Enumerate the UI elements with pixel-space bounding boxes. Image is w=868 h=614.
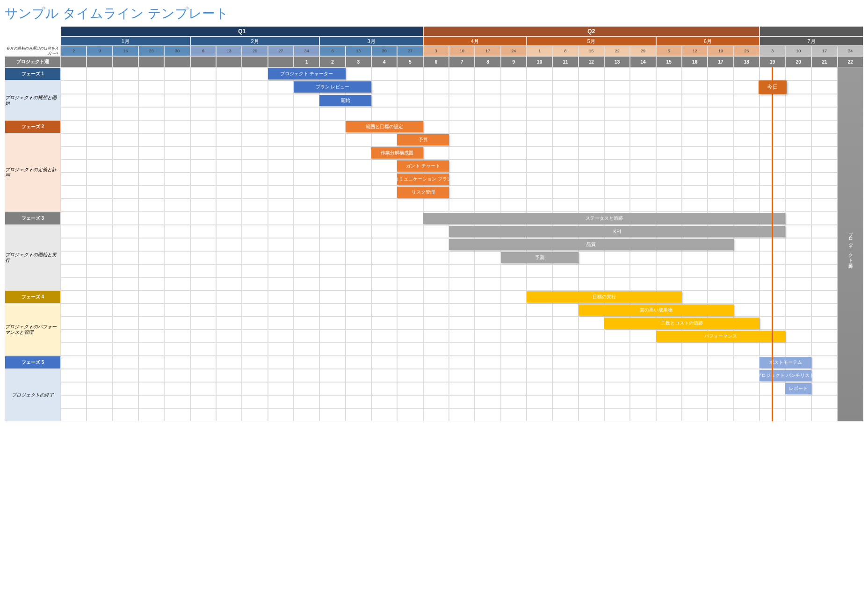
grid-cell [501, 356, 527, 369]
grid-cell [61, 251, 87, 264]
grid-cell [501, 133, 527, 146]
grid-cell [785, 173, 811, 186]
grid-cell [242, 317, 268, 330]
grid-cell [579, 382, 604, 395]
grid-cell [242, 67, 268, 80]
grid-cell [811, 330, 837, 343]
grid-cell [501, 395, 527, 408]
grid-cell [61, 317, 87, 330]
grid-cell [682, 395, 708, 408]
task-bar[interactable]: リスク管理 [397, 187, 449, 198]
grid-cell [371, 225, 397, 238]
grid-cell [579, 330, 604, 343]
grid-cell [475, 290, 500, 303]
grid-cell [242, 146, 268, 159]
project-week: 22 [838, 56, 863, 67]
grid-cell [475, 159, 500, 173]
grid-cell [708, 173, 733, 186]
grid-cell [216, 290, 242, 303]
task-bar[interactable]: 予算 [397, 134, 449, 145]
task-bar[interactable]: 目標の実行 [527, 291, 682, 303]
task-bar[interactable]: ガント チャート [397, 160, 449, 172]
grid-cell [475, 369, 500, 382]
grid-cell [579, 67, 604, 80]
day-header: 27 [397, 46, 423, 56]
day-header: 29 [630, 46, 656, 56]
grid-cell [604, 199, 630, 212]
task-bar[interactable]: 作業分解構成図 [371, 147, 423, 159]
grid-cell [138, 67, 164, 80]
grid-cell [811, 146, 837, 159]
grid-cell [61, 290, 87, 303]
grid-cell [190, 107, 216, 120]
grid-cell [138, 238, 164, 251]
grid-cell [190, 382, 216, 395]
grid-cell [319, 330, 345, 343]
task-bar[interactable]: プロジェクト パンチリスト [760, 370, 811, 381]
grid-cell [113, 330, 138, 343]
grid-cell [319, 186, 345, 199]
grid-cell [216, 330, 242, 343]
grid-cell [268, 395, 294, 408]
grid-cell [785, 290, 811, 303]
task-bar[interactable]: パフォーマンス [656, 331, 786, 342]
grid-cell [423, 317, 449, 330]
grid-cell [579, 186, 604, 199]
grid-cell [113, 303, 138, 317]
grid-cell [449, 290, 475, 303]
task-bar[interactable]: 工数とコストの追跡 [604, 318, 760, 329]
project-week: 5 [397, 56, 423, 67]
grid-cell [87, 80, 112, 94]
grid-cell [164, 107, 190, 120]
task-bar[interactable]: ポストモーテム [760, 357, 811, 368]
task-bar[interactable]: プラン レビュー [294, 81, 371, 93]
task-bar[interactable]: レポート [785, 383, 811, 394]
phase-desc: プロジェクトの終了 [5, 369, 61, 421]
grid-cell [475, 317, 500, 330]
grid-cell [630, 94, 656, 107]
task-bar[interactable]: 範囲と目標の設定 [346, 121, 423, 132]
grid-cell [87, 356, 112, 369]
task-bar[interactable]: 開始 [319, 95, 371, 106]
grid-cell [190, 67, 216, 80]
task-bar[interactable]: 予測 [501, 252, 579, 263]
grid-cell [164, 264, 190, 277]
task-bar[interactable]: KPI [449, 226, 785, 237]
grid-cell [811, 173, 837, 186]
day-header: 34 [294, 46, 319, 56]
task-bar[interactable]: プロジェクト チャーター [268, 68, 346, 79]
grid-cell [552, 356, 578, 369]
grid-cell [501, 186, 527, 199]
grid-cell [630, 369, 656, 382]
grid-cell [630, 199, 656, 212]
grid-cell [190, 251, 216, 264]
grid-cell [294, 369, 319, 382]
grid-cell [785, 251, 811, 264]
grid-cell [190, 120, 216, 133]
grid-cell [268, 290, 294, 303]
grid-cell [164, 343, 190, 356]
grid-cell [61, 303, 87, 317]
grid-cell [604, 186, 630, 199]
grid-cell [604, 277, 630, 290]
grid-cell [113, 133, 138, 146]
task-bar[interactable]: 品質 [449, 239, 734, 250]
grid-cell [449, 382, 475, 395]
grid-cell [630, 343, 656, 356]
grid-cell [268, 133, 294, 146]
grid-cell [87, 395, 112, 408]
grid-cell [61, 120, 87, 133]
task-bar[interactable]: ステータスと追跡 [423, 213, 786, 224]
grid-cell [268, 382, 294, 395]
grid-cell [346, 133, 371, 146]
grid-cell [630, 159, 656, 173]
task-bar[interactable]: コミュニケーション プラン [397, 173, 449, 185]
project-week: 3 [346, 56, 371, 67]
grid-cell [190, 408, 216, 421]
grid-cell [527, 369, 552, 382]
task-bar[interactable]: 質の高い成果物 [579, 304, 734, 316]
grid-cell [242, 120, 268, 133]
grid-cell [475, 120, 500, 133]
grid-cell [785, 146, 811, 159]
grid-cell [449, 356, 475, 369]
